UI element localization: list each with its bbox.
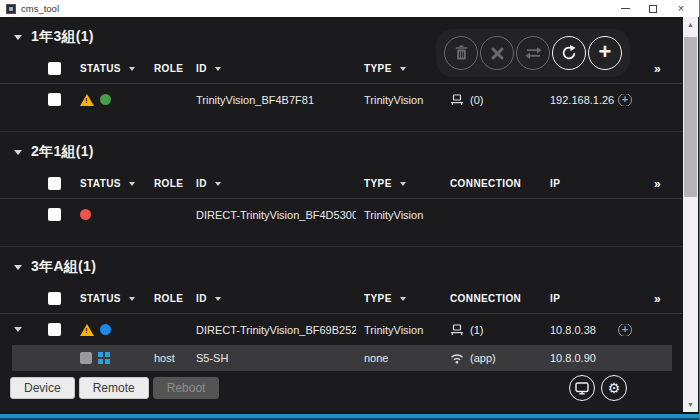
connection-count: (0) (470, 94, 483, 106)
group-title: 1年3組 (31, 28, 76, 44)
display-button[interactable] (569, 375, 595, 401)
refresh-button[interactable] (552, 36, 586, 70)
column-header-type[interactable]: TYPE (356, 63, 442, 74)
add-circle-icon[interactable]: + (618, 94, 632, 106)
checkbox-icon (48, 292, 61, 305)
add-circle-icon[interactable]: + (618, 324, 632, 336)
device-button[interactable]: Device (10, 377, 75, 399)
column-header-connection[interactable]: CONNECTION (442, 178, 542, 189)
device-row[interactable]: DIRECT-TrinityVision_BF4D5300 TrinityVis… (0, 199, 682, 230)
column-header-role[interactable]: ROLE (146, 293, 188, 304)
settings-button[interactable]: ⚙ (601, 375, 627, 401)
more-columns-button[interactable]: » (646, 62, 682, 76)
column-header-connection[interactable]: CONNECTION (442, 293, 542, 304)
column-header-status[interactable]: STATUS (72, 178, 146, 189)
chevron-double-right-icon: » (654, 177, 661, 191)
group-title: 2年1組 (31, 143, 76, 159)
row-checkbox[interactable] (36, 93, 72, 106)
scrollbar-thumb[interactable] (684, 37, 697, 197)
column-header-status[interactable]: STATUS (72, 293, 146, 304)
maximize-button[interactable] (639, 1, 667, 16)
group-header-2[interactable]: 2年1組(1) (0, 139, 682, 165)
group-section-2: 2年1組(1) STATUS ROLE ID TYPE CONNECTION I… (0, 131, 682, 246)
bottom-accent-bar (0, 412, 699, 420)
select-all-checkbox[interactable] (36, 292, 72, 305)
plus-icon: + (599, 41, 612, 63)
scroll-down-button[interactable]: ▼ (683, 397, 698, 412)
deselect-button[interactable] (480, 36, 514, 70)
checkbox-icon (48, 177, 61, 190)
checkbox-icon (48, 62, 61, 75)
status-dot-blue (100, 324, 111, 335)
remote-button[interactable]: Remote (79, 377, 149, 399)
row-checkbox[interactable] (36, 323, 72, 336)
sort-caret-icon (215, 182, 221, 186)
warning-icon (80, 94, 94, 106)
table-header-row: STATUS ROLE ID TYPE CONNECTION IP » (0, 284, 682, 314)
scroll-up-button[interactable]: ▲ (683, 17, 698, 32)
minimize-icon (621, 8, 630, 9)
collapse-caret-icon (14, 265, 22, 270)
collapse-caret-icon (14, 35, 22, 40)
sort-caret-icon (400, 297, 406, 301)
status-dot-red (80, 209, 91, 220)
add-button[interactable]: + (588, 36, 622, 70)
connection-cell: (0) (442, 94, 542, 106)
row-checkbox[interactable] (36, 208, 72, 221)
ip-address: 192.168.1.26 (550, 94, 614, 106)
app-window: cms_tool × (0, 0, 700, 420)
column-header-status[interactable]: STATUS (72, 63, 146, 74)
swap-arrows-icon (525, 46, 542, 60)
warning-icon (80, 324, 94, 336)
device-row[interactable]: TrinityVision_BF4B7F81 TrinityVision (0) (0, 84, 682, 115)
connection-cell: (1) (442, 324, 542, 336)
connection-count: (1) (470, 324, 483, 336)
lan-icon (450, 94, 464, 106)
ip-address: 10.8.0.38 (550, 324, 596, 336)
host-subrow[interactable]: host S5-SH none (app) (12, 345, 672, 371)
x-icon (491, 47, 504, 60)
device-type: TrinityVision (364, 209, 423, 221)
more-columns-button[interactable]: » (646, 177, 682, 191)
delete-button[interactable] (444, 36, 478, 70)
group-section-3: 3年A組(1) STATUS ROLE ID TYPE CONNECTION I… (0, 246, 682, 387)
transfer-button[interactable] (516, 36, 550, 70)
column-header-id[interactable]: ID (188, 178, 356, 189)
gear-icon: ⚙ (608, 381, 621, 395)
column-header-role[interactable]: ROLE (146, 178, 188, 189)
status-cell (72, 352, 146, 364)
close-icon: × (678, 3, 684, 14)
trash-icon (454, 45, 469, 61)
close-button[interactable]: × (667, 1, 695, 16)
sort-caret-icon (400, 182, 406, 186)
action-toolbar: + (436, 29, 630, 77)
group-header-3[interactable]: 3年A組(1) (0, 254, 682, 280)
main-content: + 1年3組(1) STATUS ROLE ID TYPE CONNECTION (0, 17, 682, 412)
column-header-ip[interactable]: IP (542, 178, 646, 189)
column-header-id[interactable]: ID (188, 63, 356, 74)
device-row[interactable]: DIRECT-TrinityVision_BF69B252 TrinityVis… (0, 314, 682, 345)
column-header-id[interactable]: ID (188, 293, 356, 304)
select-all-checkbox[interactable] (36, 177, 72, 190)
role-value: host (154, 352, 175, 364)
reboot-button[interactable]: Reboot (153, 377, 220, 399)
vertical-scrollbar[interactable]: ▲ ▼ (683, 17, 698, 412)
sort-caret-icon (400, 67, 406, 71)
group-count: (1) (76, 143, 94, 159)
minimize-button[interactable] (611, 1, 639, 16)
ip-address: 10.8.0.90 (550, 352, 596, 364)
select-all-checkbox[interactable] (36, 62, 72, 75)
checkbox-icon (48, 323, 61, 336)
device-type: none (364, 352, 388, 364)
more-columns-button[interactable]: » (646, 292, 682, 306)
sort-caret-icon (129, 297, 135, 301)
column-header-type[interactable]: TYPE (356, 293, 442, 304)
expand-row-button[interactable] (0, 327, 36, 332)
chevron-double-right-icon: » (654, 62, 661, 76)
title-bar: cms_tool × (0, 0, 699, 17)
column-header-type[interactable]: TYPE (356, 178, 442, 189)
monitor-icon (575, 382, 589, 395)
device-id: DIRECT-TrinityVision_BF69B252 (196, 324, 356, 336)
column-header-role[interactable]: ROLE (146, 63, 188, 74)
column-header-ip[interactable]: IP (542, 293, 646, 304)
